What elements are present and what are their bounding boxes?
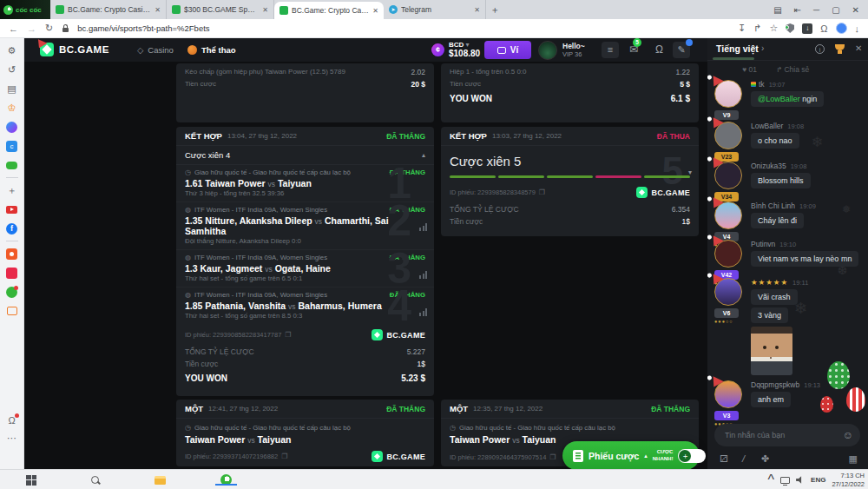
youtube-icon[interactable] — [5, 202, 19, 216]
notifications-bell-icon[interactable]: Ω — [5, 413, 19, 427]
keyboard-icon[interactable]: ▦ — [849, 453, 858, 465]
chat-language-tab[interactable]: Tiếng việt — [716, 43, 759, 54]
chat-bubble[interactable]: Viet nam vs ma lay nèo mn — [751, 251, 858, 267]
url-field[interactable]: bc.game/vi/sports?bt-path=%2Fbets — [77, 23, 729, 33]
rules-icon[interactable]: ✤ — [761, 453, 769, 465]
bet-card-single-left[interactable]: MỘT 12:41, 27 thg 12, 2022 ĐÃ THẮNG ◷Gia… — [176, 400, 434, 466]
copy-icon[interactable]: ❐ — [285, 331, 291, 339]
emoji-smiley-icon[interactable]: ☺ — [843, 429, 853, 441]
like-count[interactable]: ♥ 01 — [742, 65, 757, 74]
language-indicator[interactable]: ENG — [811, 476, 825, 484]
commands-slash-icon[interactable]: / — [742, 453, 745, 464]
user-info[interactable]: Hello~ VIP 36 — [562, 42, 585, 58]
copy-icon[interactable]: ❐ — [539, 188, 545, 196]
forward-button[interactable]: → — [27, 23, 36, 34]
username[interactable]: Dqqpmgspkwb — [751, 380, 799, 389]
file-explorer-icon[interactable] — [149, 470, 170, 489]
meme-gif-image[interactable] — [751, 327, 792, 375]
avatar[interactable] — [714, 162, 742, 189]
reading-list-icon[interactable]: ▤ — [5, 82, 19, 96]
browser-tab-3-active[interactable]: BC.Game: Crypto Casino Gan ✕ — [274, 2, 384, 19]
shop-app-icon[interactable] — [5, 247, 19, 261]
chat-bubble[interactable]: anh em — [751, 392, 791, 407]
clock[interactable]: 7:13 CH 27/12/2022 — [832, 472, 865, 488]
downloads-icon[interactable]: ↓ — [855, 23, 860, 34]
share-icon[interactable]: ↱ — [753, 23, 761, 34]
username[interactable]: ★★★★★ — [751, 278, 788, 287]
chevron-right-icon[interactable]: › — [761, 43, 764, 53]
avatar[interactable] — [714, 122, 742, 149]
reload-button[interactable]: ↻ — [45, 23, 53, 34]
username[interactable]: Onizuka35 — [751, 162, 786, 170]
bcgame-logo[interactable]: BC.GAME — [40, 43, 109, 56]
browser-tab-1[interactable]: BC.Game: Crypto Casino Gan ✕ — [50, 0, 167, 19]
chat-bubble[interactable]: Cháy lên đi — [751, 213, 804, 228]
bet-leg-4[interactable]: 4 ◍ITF Women - ITF India 09A, Women Sing… — [176, 287, 434, 324]
close-window-button[interactable]: ✕ — [852, 5, 859, 15]
facebook-icon[interactable]: f — [5, 221, 19, 235]
nav-casino[interactable]: ◇ Casino — [137, 38, 174, 62]
search-icon[interactable] — [85, 470, 106, 489]
bookmark-star-icon[interactable]: ☆ — [769, 23, 778, 34]
crown-icon[interactable]: ♔ — [5, 101, 19, 115]
start-button[interactable] — [21, 470, 42, 489]
username[interactable]: tk — [759, 80, 765, 89]
games-gamepad-icon[interactable] — [5, 158, 19, 172]
balance-selector[interactable]: ¢ BCD ▾ $108.80 — [431, 41, 480, 58]
user-avatar[interactable] — [538, 41, 557, 60]
info-icon[interactable]: i — [815, 44, 825, 54]
new-tab-button[interactable]: ＋ — [486, 0, 503, 19]
username[interactable]: Putinvn — [751, 240, 775, 248]
bell-extension-icon[interactable]: Ω — [820, 23, 827, 34]
extension-download-icon[interactable]: ↓ — [802, 23, 812, 34]
avatar[interactable] — [714, 278, 742, 306]
bet-leg-2[interactable]: 2 ◍ITF Women - ITF India 09A, Women Sing… — [176, 202, 434, 250]
avatar[interactable] — [714, 380, 742, 408]
notifications-bell-icon[interactable]: Ω — [655, 42, 663, 58]
hidden-icons-chevron[interactable]: ^ — [768, 472, 775, 488]
red-app-icon[interactable] — [5, 266, 19, 280]
settings-gear-icon[interactable]: ⚙ — [5, 43, 19, 57]
share-button[interactable]: ↱ Chia sẻ — [776, 65, 809, 74]
chat-bubble[interactable]: 3 vàng — [751, 307, 788, 323]
history-icon[interactable]: ↺ — [5, 63, 19, 76]
network-icon[interactable] — [780, 477, 790, 484]
collapse-arrow-icon[interactable]: ▴ — [422, 151, 425, 159]
back-button[interactable]: ← — [9, 23, 18, 34]
chat-pen-icon[interactable]: ✎ — [673, 42, 690, 58]
nav-sports[interactable]: Thể thao — [187, 38, 236, 62]
avatar[interactable] — [714, 80, 742, 108]
chat-bubble[interactable]: Vãi crash — [751, 289, 798, 305]
wallet-button[interactable]: Ví — [484, 41, 531, 59]
chat-input[interactable] — [725, 431, 843, 439]
bet-card-partial-right[interactable]: Hiệp 1 - tổng trên 0.5 0:01.22 Tiền cược… — [441, 63, 699, 122]
more-options-icon[interactable]: ⋯ — [5, 431, 19, 445]
save-page-icon[interactable]: ↧ — [738, 23, 746, 34]
username[interactable]: LowBaller — [751, 122, 783, 130]
coccoc-taskbar-icon[interactable] — [215, 470, 236, 489]
avatar[interactable] — [714, 202, 742, 229]
add-shortcut-icon[interactable]: ＋ — [5, 183, 19, 197]
copy-icon[interactable]: ❐ — [281, 453, 287, 460]
chat-bubble[interactable]: @LowBaller ngin — [751, 91, 824, 107]
ssl-lock-icon[interactable] — [62, 24, 69, 32]
mail-icon[interactable]: ✉5 — [629, 42, 638, 58]
betslip-button[interactable]: Phiếu cược ▴ CƯỢCNHANH! ＋ — [562, 441, 700, 469]
bet-card-combo-lost[interactable]: KẾT HỢP 13:03, 27 thg 12, 2022 ĐÃ THUA C… — [441, 127, 699, 236]
reading-list-icon[interactable]: ▤ — [773, 5, 781, 15]
quick-bet-toggle[interactable]: ＋ — [678, 449, 706, 463]
browser-tab-4[interactable]: ➤ Telegram ✕ — [384, 0, 486, 19]
copy-icon[interactable]: ❐ — [549, 453, 556, 461]
browser-tab-2[interactable]: $300 BC.GAME Sports Parlay ✕ — [167, 0, 274, 19]
username[interactable]: Bình Chi Linh — [751, 202, 795, 210]
trophy-icon[interactable] — [835, 44, 845, 50]
messenger-icon[interactable] — [5, 120, 19, 134]
cart-app-icon[interactable] — [5, 304, 19, 318]
bet-leg-1[interactable]: 1 ◷Giao hữu quốc tế - Giao hữu quốc tế c… — [176, 165, 434, 202]
avatar[interactable] — [714, 240, 742, 268]
bet-leg-3[interactable]: 3 ◍ITF Women - ITF India 09A, Women Sing… — [176, 250, 434, 287]
bet-card-combo-won[interactable]: KẾT HỢP 13:04, 27 thg 12, 2022 ĐÃ THẮNG … — [176, 127, 434, 396]
close-chat-icon[interactable]: ✕ — [855, 43, 862, 53]
close-tab-icon[interactable]: ✕ — [474, 6, 480, 14]
maximize-button[interactable]: ▢ — [832, 5, 839, 15]
